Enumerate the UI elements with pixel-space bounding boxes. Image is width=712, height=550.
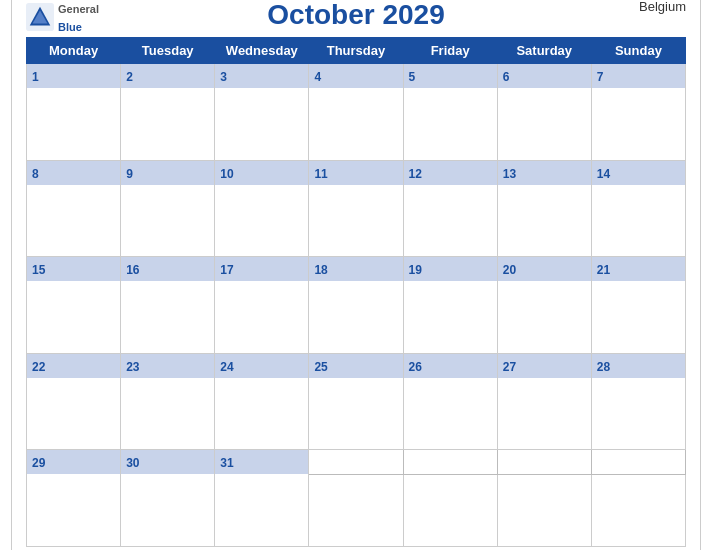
date-number-25: 25 (314, 360, 327, 374)
body-cell-18 (309, 281, 403, 353)
body-cell-10 (215, 185, 309, 257)
date-number-31: 31 (220, 456, 233, 470)
date-cell-31: 31 (215, 450, 309, 475)
body-cell-27 (497, 378, 591, 450)
body-cell-25 (309, 378, 403, 450)
date-number-21: 21 (597, 263, 610, 277)
calendar-container: General Blue October 2029 Belgium Monday… (11, 0, 701, 550)
body-cell-16 (121, 281, 215, 353)
date-cell-10: 10 (215, 160, 309, 185)
date-cell-9: 9 (121, 160, 215, 185)
date-cell-1: 1 (27, 64, 121, 89)
date-number-18: 18 (314, 263, 327, 277)
body-cell-3 (215, 88, 309, 160)
calendar-header: General Blue October 2029 Belgium (26, 0, 686, 31)
body-cell-8 (27, 185, 121, 257)
date-cell-13: 13 (497, 160, 591, 185)
date-cell-empty (497, 450, 591, 475)
date-cell-11: 11 (309, 160, 403, 185)
date-number-11: 11 (314, 167, 327, 181)
body-cell-empty-4 (403, 474, 497, 546)
body-cell-13 (497, 185, 591, 257)
body-cell-24 (215, 378, 309, 450)
date-cell-empty (591, 450, 685, 475)
date-cell-empty (403, 450, 497, 475)
date-number-5: 5 (409, 70, 416, 84)
logo-text: General Blue (58, 0, 99, 35)
date-number-2: 2 (126, 70, 133, 84)
date-number-28: 28 (597, 360, 610, 374)
body-cell-29 (27, 474, 121, 546)
logo-area: General Blue (26, 0, 99, 35)
date-number-14: 14 (597, 167, 610, 181)
date-number-3: 3 (220, 70, 227, 84)
body-cell-21 (591, 281, 685, 353)
date-number-13: 13 (503, 167, 516, 181)
date-cell-28: 28 (591, 353, 685, 378)
date-cell-30: 30 (121, 450, 215, 475)
date-cell-3: 3 (215, 64, 309, 89)
week-3-body-row (27, 281, 686, 353)
country-label: Belgium (639, 0, 686, 14)
weekday-wednesday: Wednesday (215, 38, 309, 64)
date-cell-15: 15 (27, 257, 121, 282)
date-number-22: 22 (32, 360, 45, 374)
week-5-date-row: 293031 (27, 450, 686, 475)
week-2-body-row (27, 185, 686, 257)
generalblue-logo-icon (26, 3, 54, 31)
date-number-16: 16 (126, 263, 139, 277)
date-number-23: 23 (126, 360, 139, 374)
date-cell-4: 4 (309, 64, 403, 89)
date-cell-14: 14 (591, 160, 685, 185)
body-cell-12 (403, 185, 497, 257)
body-cell-4 (309, 88, 403, 160)
date-number-19: 19 (409, 263, 422, 277)
date-cell-24: 24 (215, 353, 309, 378)
body-cell-1 (27, 88, 121, 160)
body-cell-28 (591, 378, 685, 450)
date-number-17: 17 (220, 263, 233, 277)
date-cell-6: 6 (497, 64, 591, 89)
calendar-body: 1234567891011121314151617181920212223242… (27, 64, 686, 547)
date-cell-7: 7 (591, 64, 685, 89)
date-number-12: 12 (409, 167, 422, 181)
logo-general: General (58, 3, 99, 15)
date-cell-23: 23 (121, 353, 215, 378)
body-cell-9 (121, 185, 215, 257)
date-cell-26: 26 (403, 353, 497, 378)
body-cell-empty-5 (497, 474, 591, 546)
date-cell-20: 20 (497, 257, 591, 282)
week-4-date-row: 22232425262728 (27, 353, 686, 378)
date-cell-18: 18 (309, 257, 403, 282)
week-5-body-row (27, 474, 686, 546)
date-cell-16: 16 (121, 257, 215, 282)
body-cell-22 (27, 378, 121, 450)
date-cell-5: 5 (403, 64, 497, 89)
date-cell-empty (309, 450, 403, 475)
body-cell-26 (403, 378, 497, 450)
date-cell-25: 25 (309, 353, 403, 378)
week-1-body-row (27, 88, 686, 160)
weekday-friday: Friday (403, 38, 497, 64)
calendar-title: October 2029 (267, 0, 444, 31)
date-cell-27: 27 (497, 353, 591, 378)
weekday-thursday: Thursday (309, 38, 403, 64)
date-number-7: 7 (597, 70, 604, 84)
date-cell-21: 21 (591, 257, 685, 282)
week-3-date-row: 15161718192021 (27, 257, 686, 282)
date-number-4: 4 (314, 70, 321, 84)
weekday-sunday: Sunday (591, 38, 685, 64)
date-cell-17: 17 (215, 257, 309, 282)
date-number-24: 24 (220, 360, 233, 374)
calendar-table: Monday Tuesday Wednesday Thursday Friday… (26, 37, 686, 547)
date-cell-22: 22 (27, 353, 121, 378)
body-cell-31 (215, 474, 309, 546)
date-number-29: 29 (32, 456, 45, 470)
body-cell-empty-6 (591, 474, 685, 546)
date-cell-2: 2 (121, 64, 215, 89)
logo-blue: Blue (58, 21, 82, 33)
body-cell-5 (403, 88, 497, 160)
body-cell-15 (27, 281, 121, 353)
body-cell-11 (309, 185, 403, 257)
date-number-15: 15 (32, 263, 45, 277)
